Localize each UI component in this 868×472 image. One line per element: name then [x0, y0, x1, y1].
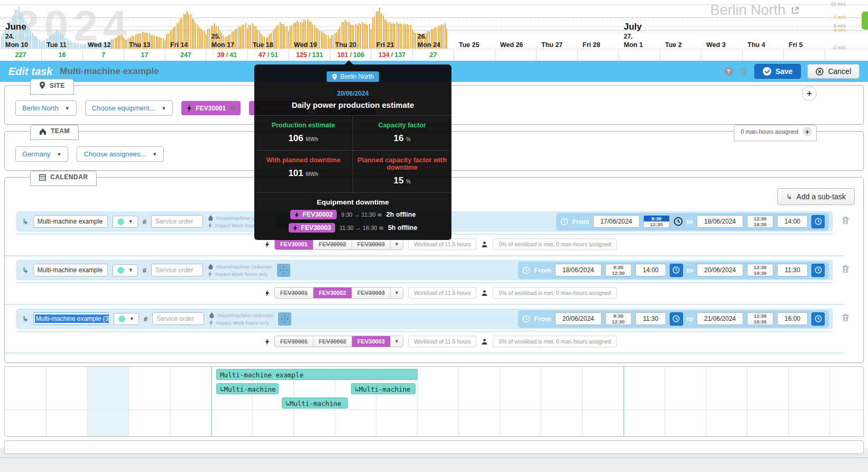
chart-day-column[interactable]: 25.Mon 17 [206, 0, 247, 49]
time-suggestion-chip[interactable]: 9:3012:30 [605, 264, 632, 276]
time-picker-button[interactable] [670, 312, 683, 326]
time-suggestion-chip[interactable]: 12:3016:30 [747, 312, 773, 325]
chart-day-column[interactable]: Wed 19 [289, 0, 330, 49]
drag-handle[interactable] [278, 312, 291, 326]
equipment-segment[interactable]: FEV30003 [352, 288, 390, 298]
equipment-segment-caret[interactable]: ▼ [390, 239, 403, 249]
chart-site-title[interactable]: Berlin North [710, 2, 799, 18]
from-date-input[interactable] [555, 264, 602, 276]
gantt-day-column[interactable] [582, 367, 623, 436]
chart-day-column[interactable]: Tue 11 [41, 0, 82, 49]
time-input[interactable] [635, 264, 666, 276]
remove-tag-icon[interactable]: ✕ [229, 104, 235, 112]
chart-day-column[interactable]: Fri 14 [165, 0, 206, 49]
service-order-input[interactable] [151, 264, 203, 276]
chart-day-column[interactable]: Tue 25 [454, 0, 495, 49]
chart-day-column[interactable]: Thu 27 [536, 0, 577, 49]
chart-day-column[interactable]: Fri 21 [371, 0, 412, 49]
gantt-day-column[interactable] [417, 367, 458, 436]
chart-day-column[interactable]: 26.Mon 24 [412, 0, 454, 49]
time-picker-icon[interactable] [673, 217, 683, 226]
equipment-segment-caret[interactable]: ▼ [390, 288, 403, 298]
equipment-segment[interactable]: FEV30001 [275, 336, 313, 347]
gantt-day-column[interactable] [747, 367, 788, 436]
to-date-input[interactable] [697, 264, 743, 276]
add-subtask-button[interactable]: ↳ Add a sub-task [777, 188, 855, 205]
help-icon[interactable]: ? [724, 67, 733, 76]
assignees-select[interactable]: Choose assignees...▼ [77, 146, 164, 162]
external-link-icon[interactable] [791, 6, 799, 15]
delete-subtask-icon[interactable] [842, 313, 849, 322]
gantt-day-column[interactable] [541, 367, 582, 436]
time-suggestion-chip[interactable]: 9:3012:30 [605, 312, 632, 325]
gantt-day-column[interactable] [46, 367, 87, 436]
chart-day-column[interactable]: Wed 12 [82, 0, 124, 49]
delete-subtask-icon[interactable] [842, 216, 849, 225]
equipment-segment[interactable]: FEV30003 [352, 239, 390, 249]
gantt-day-column[interactable] [788, 367, 829, 436]
status-color-select[interactable]: ▼ [114, 313, 139, 325]
gantt-day-column[interactable] [5, 367, 46, 436]
gantt-bar[interactable]: ↳Multi-machine [216, 383, 279, 394]
drag-handle[interactable] [277, 264, 290, 277]
gantt-day-column[interactable] [458, 367, 500, 436]
time-picker-button[interactable] [811, 264, 825, 277]
chart-day-column[interactable]: Tue 18 [247, 0, 289, 49]
gantt-day-column[interactable] [664, 367, 706, 436]
service-order-input[interactable] [151, 215, 203, 228]
equipment-segment-caret[interactable]: ▼ [390, 336, 403, 347]
chart-day-column[interactable]: Thu 20 [330, 0, 371, 49]
equipment-select[interactable]: Choose equipment...▼ [85, 100, 173, 116]
time-suggestion-chip[interactable]: 12:3016:30 [747, 264, 773, 276]
subtask-name-input[interactable]: Multi-machine example (3) [33, 312, 109, 325]
chart-day-column[interactable]: July27.Mon 1 [618, 0, 660, 49]
from-date-input[interactable] [555, 312, 602, 325]
chart-day-column[interactable]: Thu 13 [124, 0, 165, 49]
delete-task-icon[interactable] [740, 67, 748, 76]
add-site-button[interactable]: + [802, 86, 817, 101]
gantt-day-column[interactable] [170, 367, 211, 436]
equipment-segment[interactable]: FEV30001 [275, 239, 313, 249]
team-select[interactable]: Germany▼ [15, 146, 68, 162]
time-picker-button[interactable] [811, 215, 825, 228]
gantt-day-column[interactable] [500, 367, 541, 436]
chart-day-column[interactable]: Wed 26 [495, 0, 536, 49]
to-date-input[interactable] [697, 215, 743, 228]
from-date-input[interactable] [593, 215, 640, 228]
gantt-today-column[interactable] [87, 367, 128, 436]
equipment-tag[interactable]: FEV30001✕ [181, 101, 241, 115]
side-drawer-handle[interactable] [862, 12, 868, 30]
delete-subtask-icon[interactable] [842, 265, 849, 273]
gantt-day-column[interactable] [128, 367, 170, 436]
add-manhours-button[interactable]: + [802, 127, 812, 136]
equipment-segment[interactable]: FEV30002 [313, 336, 352, 347]
time-input[interactable] [635, 312, 666, 325]
service-order-input[interactable] [152, 312, 204, 325]
equipment-segment[interactable]: FEV30003 [352, 336, 390, 347]
gantt-day-column[interactable] [829, 367, 864, 436]
equipment-segment[interactable]: FEV30002 [313, 288, 352, 298]
time-input[interactable] [777, 215, 808, 228]
gantt-day-column[interactable] [706, 367, 747, 436]
status-color-select[interactable]: ▼ [113, 216, 138, 228]
chart-day-column[interactable]: Tue 2 [660, 0, 701, 49]
gantt-bar[interactable]: Multi-machine example [216, 369, 418, 380]
time-input[interactable] [777, 312, 808, 325]
time-input[interactable] [777, 264, 808, 276]
gantt-bar[interactable]: ↳Multi-machine [351, 383, 415, 394]
equipment-segment[interactable]: FEV30001 [275, 288, 313, 298]
time-suggestion-chip[interactable]: 9:3012:30 [643, 215, 670, 228]
site-select[interactable]: Berlin North▼ [15, 100, 77, 116]
status-color-select[interactable]: ▼ [113, 264, 138, 276]
time-picker-button[interactable] [811, 312, 825, 326]
subtask-name-input[interactable] [33, 215, 108, 228]
gantt-day-column[interactable] [623, 367, 664, 436]
equipment-segment[interactable]: FEV30002 [313, 239, 352, 249]
chart-day-column[interactable]: Fri 28 [577, 0, 618, 49]
time-picker-button[interactable] [670, 264, 683, 277]
to-date-input[interactable] [697, 312, 743, 325]
cancel-button[interactable]: Cancel [807, 64, 860, 79]
time-suggestion-chip[interactable]: 12:3016:30 [747, 215, 773, 228]
chart-day-column[interactable]: June24.Mon 10 [0, 0, 41, 49]
tooltip-site-badge[interactable]: Berlin North [327, 71, 379, 82]
